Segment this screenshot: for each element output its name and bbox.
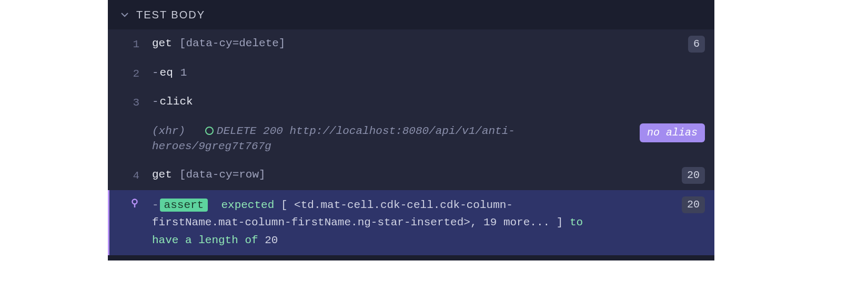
row-number: 3 xyxy=(108,94,142,110)
assert-value: 20 xyxy=(265,234,278,246)
command-selector: [data-cy=delete] xyxy=(179,36,286,51)
child-prefix: - xyxy=(152,96,159,108)
assert-bracket-close: ] xyxy=(550,216,563,228)
command-arg: 1 xyxy=(180,65,187,80)
row-number xyxy=(108,123,142,124)
log-row[interactable]: 4 get [data-cy=row] 20 xyxy=(108,161,714,190)
log-row[interactable]: 2 -eq 1 xyxy=(108,59,714,88)
assert-subject: <td.mat-cell.cdk-cell.cdk-column-firstNa… xyxy=(152,199,550,229)
command-name: click xyxy=(160,96,193,108)
command-name: get xyxy=(152,36,172,51)
chevron-down-icon xyxy=(120,11,129,19)
child-prefix: - xyxy=(152,199,159,211)
count-badge: 20 xyxy=(682,196,705,213)
count-badge: 6 xyxy=(688,36,705,53)
command-name: get xyxy=(152,167,172,182)
command-selector: [data-cy=row] xyxy=(179,167,266,182)
alias-badge: no alias xyxy=(640,123,705,142)
command-log: 1 get [data-cy=delete] 6 2 -eq 1 3 xyxy=(108,29,714,255)
count-badge: 20 xyxy=(682,167,705,184)
section-header[interactable]: TEST BODY xyxy=(108,0,714,29)
status-circle-icon xyxy=(205,127,214,135)
log-row[interactable]: 3 -click xyxy=(108,88,714,117)
assert-pill: assert xyxy=(160,199,208,212)
log-row[interactable]: 1 get [data-cy=delete] 6 xyxy=(108,29,714,59)
assert-bracket-open: [ xyxy=(281,199,294,211)
section-title: TEST BODY xyxy=(136,7,205,22)
row-number: 4 xyxy=(108,167,142,183)
xhr-row[interactable]: (xhr) DELETE 200 http://localhost:8080/a… xyxy=(108,117,714,161)
pinned-indicator xyxy=(109,196,142,213)
assert-row[interactable]: -assert expected [ <td.mat-cell.cdk-cell… xyxy=(108,190,714,256)
assert-expected-label: expected xyxy=(221,199,280,211)
xhr-label: (xhr) xyxy=(152,125,185,137)
child-prefix: - xyxy=(152,67,159,79)
command-name: eq xyxy=(160,67,173,79)
pin-icon xyxy=(130,199,139,208)
svg-point-0 xyxy=(133,199,137,204)
row-number: 1 xyxy=(108,36,142,52)
test-runner-panel: TEST BODY 1 get [data-cy=delete] 6 2 -eq… xyxy=(108,0,714,260)
row-number: 2 xyxy=(108,65,142,81)
